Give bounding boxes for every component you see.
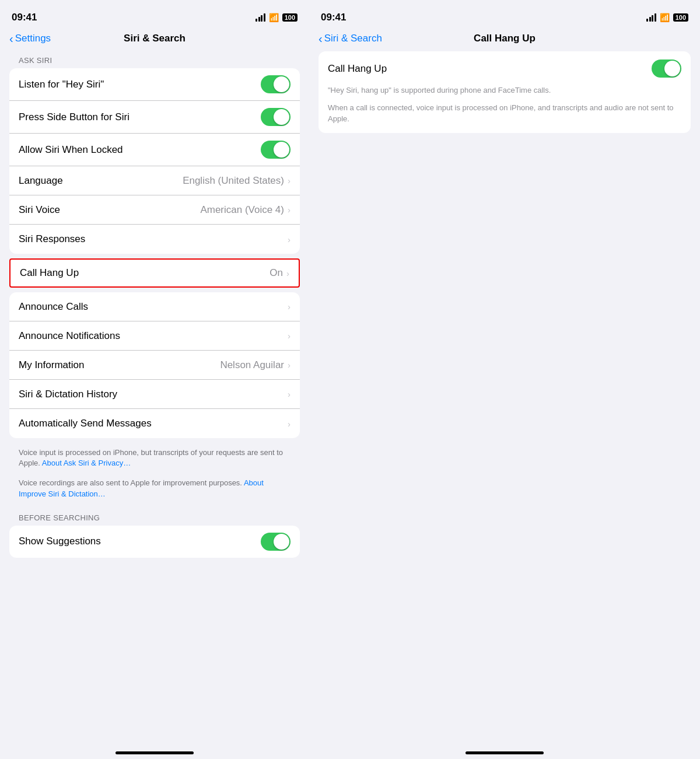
call-hangup-card: Call Hang Up "Hey Siri, hang up" is supp… [318, 51, 691, 133]
value-language: English (United States) [183, 175, 284, 187]
status-bar-right: 09:41 📶 100 [309, 0, 700, 30]
footer-text-2: Voice recordings are also sent to Apple … [0, 473, 309, 503]
row-siri-voice[interactable]: Siri Voice American (Voice 4) › [9, 195, 300, 225]
label-siri-voice: Siri Voice [19, 204, 200, 216]
chevron-siri-responses: › [288, 235, 290, 244]
footer-link-1[interactable]: About Ask Siri & Privacy… [42, 459, 131, 467]
label-siri-responses: Siri Responses [19, 233, 288, 245]
value-call-hang-up: On [270, 267, 283, 279]
home-indicator-right [466, 751, 544, 754]
section-before-searching-label: BEFORE SEARCHING [0, 509, 309, 526]
row-allow-siri-locked[interactable]: Allow Siri When Locked [9, 134, 300, 166]
label-show-suggestions: Show Suggestions [19, 536, 261, 547]
label-allow-siri-locked: Allow Siri When Locked [19, 144, 261, 156]
toggle-press-side-button[interactable] [261, 108, 290, 126]
toggle-knob [274, 76, 289, 92]
call-hangup-desc-2: When a call is connected, voice input is… [328, 102, 681, 125]
chevron-my-information: › [288, 360, 290, 370]
chevron-announce-calls: › [288, 302, 290, 312]
time-right: 09:41 [321, 12, 346, 23]
label-announce-notifications: Announce Notifications [19, 330, 288, 342]
label-press-side-button: Press Side Button for Siri [19, 111, 261, 123]
row-press-side-button[interactable]: Press Side Button for Siri [9, 101, 300, 134]
right-panel: 09:41 📶 100 ‹ Siri & Search Call Hang Up… [309, 0, 700, 759]
row-show-suggestions[interactable]: Show Suggestions [9, 526, 300, 558]
chevron-left-icon-right: ‹ [318, 33, 323, 44]
call-hangup-desc-1: "Hey Siri, hang up" is supported during … [328, 85, 681, 96]
toggle-knob-call-hangup [664, 61, 680, 76]
more-rows-group: Announce Calls › Announce Notifications … [9, 292, 300, 438]
status-icons-right: 📶 100 [646, 13, 688, 22]
home-indicator-left [116, 751, 194, 754]
row-listen-hey-siri[interactable]: Listen for "Hey Siri" [9, 68, 300, 101]
status-bar-left: 09:41 📶 100 [0, 0, 309, 30]
wifi-icon: 📶 [269, 13, 279, 22]
toggle-call-hangup-right[interactable] [652, 60, 681, 78]
toggle-allow-siri-locked[interactable] [261, 141, 290, 159]
label-listen-hey-siri: Listen for "Hey Siri" [19, 79, 261, 90]
chevron-left-icon: ‹ [9, 33, 13, 44]
toggle-listen-hey-siri[interactable] [261, 75, 290, 93]
back-button-left[interactable]: ‹ Settings [9, 33, 51, 44]
chevron-call-hang-up: › [286, 268, 289, 278]
row-language[interactable]: Language English (United States) › [9, 166, 300, 195]
label-call-hang-up: Call Hang Up [20, 267, 270, 279]
nav-title-left: Siri & Search [124, 33, 186, 44]
row-my-information[interactable]: My Information Nelson Aguilar › [9, 351, 300, 380]
wifi-icon-right: 📶 [660, 13, 670, 22]
signal-icon-right [646, 13, 656, 22]
chevron-announce-notifications: › [288, 331, 290, 341]
row-announce-calls[interactable]: Announce Calls › [9, 292, 300, 321]
battery-icon-right: 100 [673, 13, 688, 22]
back-label-left: Settings [15, 33, 51, 44]
call-hangup-description: "Hey Siri, hang up" is supported during … [328, 85, 681, 125]
label-my-information: My Information [19, 359, 220, 371]
nav-bar-left: ‹ Settings Siri & Search [0, 30, 309, 51]
chevron-language: › [288, 176, 290, 186]
row-auto-send-messages[interactable]: Automatically Send Messages › [9, 409, 300, 438]
value-my-information: Nelson Aguilar [220, 359, 284, 371]
time-left: 09:41 [12, 12, 37, 23]
call-hangup-card-title: Call Hang Up [328, 63, 387, 75]
before-searching-group: Show Suggestions [9, 526, 300, 558]
row-siri-dictation-history[interactable]: Siri & Dictation History › [9, 380, 300, 409]
nav-title-right: Call Hang Up [474, 33, 536, 44]
back-label-right: Siri & Search [324, 33, 382, 44]
status-icons-left: 📶 100 [256, 13, 298, 22]
toggle-show-suggestions[interactable] [261, 533, 290, 551]
ask-siri-group: Listen for "Hey Siri" Press Side Button … [9, 68, 300, 254]
battery-icon: 100 [282, 13, 298, 22]
label-siri-dictation-history: Siri & Dictation History [19, 389, 288, 400]
footer-text-1: Voice input is processed on iPhone, but … [0, 443, 309, 473]
toggle-knob-2 [274, 109, 289, 125]
nav-bar-right: ‹ Siri & Search Call Hang Up [309, 30, 700, 51]
call-hangup-toggle-row: Call Hang Up [328, 60, 681, 78]
row-siri-responses[interactable]: Siri Responses › [9, 225, 300, 254]
row-announce-notifications[interactable]: Announce Notifications › [9, 321, 300, 351]
back-button-right[interactable]: ‹ Siri & Search [318, 33, 382, 44]
row-call-hang-up-highlighted[interactable]: Call Hang Up On › [9, 258, 300, 288]
toggle-knob-show-suggestions [274, 534, 289, 550]
value-siri-voice: American (Voice 4) [200, 204, 284, 216]
label-auto-send-messages: Automatically Send Messages [19, 418, 288, 429]
label-language: Language [19, 175, 183, 187]
left-panel: 09:41 📶 100 ‹ Settings Siri & Search ASK… [0, 0, 309, 759]
section-ask-siri-label: ASK SIRI [0, 51, 309, 68]
label-announce-calls: Announce Calls [19, 301, 288, 313]
signal-icon [256, 13, 265, 22]
chevron-siri-voice: › [288, 205, 290, 215]
toggle-knob-3 [274, 142, 289, 158]
chevron-auto-send-messages: › [288, 419, 290, 429]
chevron-siri-dictation-history: › [288, 389, 290, 399]
